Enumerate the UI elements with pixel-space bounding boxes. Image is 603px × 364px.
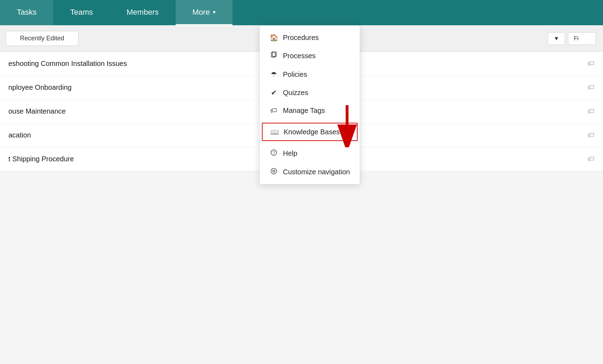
navbar: Tasks Teams Members More ▾ <box>0 0 603 25</box>
nav-item-tasks[interactable]: Tasks <box>0 0 53 25</box>
nav-more-label: More <box>192 8 210 17</box>
dropdown-divider-2 <box>260 142 360 143</box>
filter-input-label: Fi <box>574 35 578 41</box>
tag-icon: 🏷 <box>588 155 595 163</box>
help-icon: ? <box>270 149 278 158</box>
svg-point-5 <box>273 170 275 171</box>
dropdown-item-policies[interactable]: ☂ Policies <box>260 65 360 83</box>
dropdown-item-help[interactable]: ? Help <box>260 144 360 163</box>
chevron-down-icon: ▾ <box>213 9 216 15</box>
dropdown-manage-tags-label: Manage Tags <box>283 107 325 115</box>
tab-recently-edited-label: Recently Edited <box>20 35 64 42</box>
more-dropdown-menu: 🏠 Procedures Processes ☂ Policies ✔ Quiz… <box>259 25 360 171</box>
tag-icon: 🏷 <box>588 107 595 115</box>
dropdown-item-processes[interactable]: Processes <box>260 47 360 65</box>
filter-right: ▼ Fi <box>548 32 596 45</box>
manage-tags-icon: 🏷 <box>270 107 278 115</box>
dropdown-policies-label: Policies <box>283 70 307 79</box>
dropdown-divider <box>260 121 360 121</box>
filter-tabs: Recently Edited <box>0 31 79 46</box>
chevron-down-icon: ▼ <box>554 35 559 42</box>
nav-item-members[interactable]: Members <box>110 0 176 25</box>
dropdown-customize-nav-label: Customize navigation <box>283 168 350 171</box>
dropdown-item-customize-nav[interactable]: Customize navigation <box>260 163 360 171</box>
filter-sort-dropdown[interactable]: ▼ <box>548 32 565 45</box>
filter-search-input[interactable]: Fi <box>568 32 596 45</box>
tag-icon: 🏷 <box>588 83 595 92</box>
tab-recently-edited[interactable]: Recently Edited <box>6 31 79 46</box>
nav-members-label: Members <box>127 8 159 17</box>
policies-icon: ☂ <box>270 70 278 79</box>
customize-nav-icon <box>270 168 278 171</box>
quizzes-icon: ✔ <box>270 88 278 97</box>
procedures-icon: 🏠 <box>270 33 278 42</box>
dropdown-help-label: Help <box>283 149 297 157</box>
dropdown-quizzes-label: Quizzes <box>283 89 308 97</box>
dropdown-procedures-label: Procedures <box>283 34 319 42</box>
dropdown-item-manage-tags[interactable]: 🏷 Manage Tags <box>260 102 360 120</box>
nav-item-teams[interactable]: Teams <box>53 0 110 25</box>
dropdown-item-quizzes[interactable]: ✔ Quizzes <box>260 83 360 102</box>
svg-point-4 <box>271 168 277 171</box>
svg-text:?: ? <box>273 150 275 155</box>
tag-icon: 🏷 <box>588 131 595 139</box>
nav-tasks-label: Tasks <box>17 8 36 17</box>
tag-icon: 🏷 <box>588 60 595 68</box>
dropdown-knowledge-bases-label: Knowledge Bases <box>284 128 340 136</box>
knowledge-bases-icon: 📖 <box>270 128 279 136</box>
nav-item-more[interactable]: More ▾ <box>176 0 232 25</box>
dropdown-processes-label: Processes <box>283 52 316 60</box>
dropdown-item-knowledge-bases[interactable]: 📖 Knowledge Bases <box>262 123 358 141</box>
nav-teams-label: Teams <box>70 8 93 17</box>
dropdown-item-procedures[interactable]: 🏠 Procedures <box>260 28 360 47</box>
processes-icon <box>270 52 278 60</box>
